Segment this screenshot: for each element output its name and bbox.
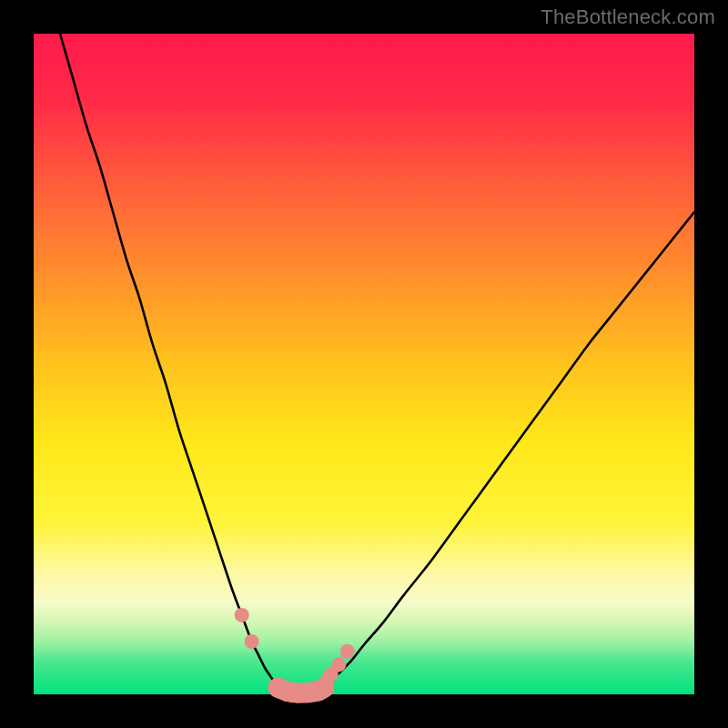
curve-right-branch [324, 212, 694, 688]
chart-stage: TheBottleneck.com [0, 0, 728, 728]
watermark-text: TheBottleneck.com [541, 5, 715, 29]
markers-group [235, 608, 355, 703]
marker-left-upper [235, 608, 249, 622]
marker-right-upper [340, 644, 355, 659]
curve-left-branch [60, 34, 278, 688]
curves-layer [34, 34, 694, 694]
marker-left-lower [245, 634, 259, 649]
marker-right-mid [331, 657, 346, 672]
